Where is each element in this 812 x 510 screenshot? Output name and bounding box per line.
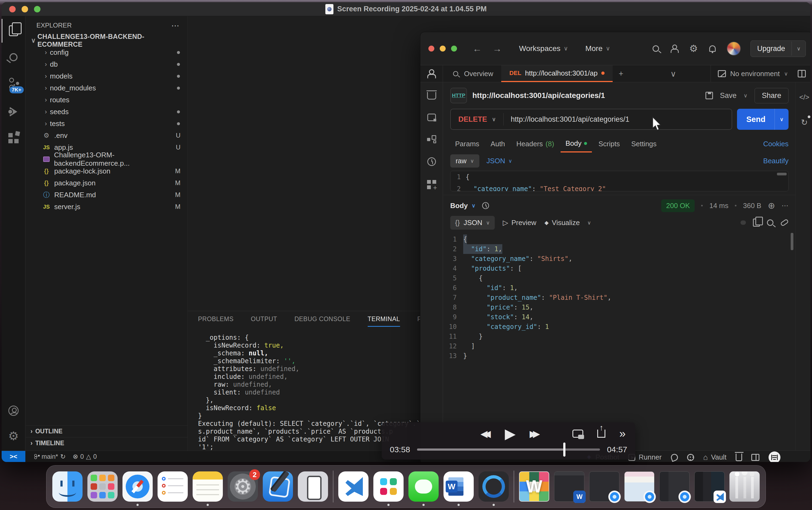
chevron-down-icon[interactable]: ∨ — [744, 92, 748, 99]
save-icon[interactable] — [705, 92, 713, 99]
sidebar-user-icon[interactable] — [420, 65, 443, 82]
more-chevrons-icon[interactable]: » — [619, 427, 626, 440]
file-row-serverjs[interactable]: JSserver.jsM — [26, 201, 187, 213]
zoom-button[interactable] — [451, 46, 457, 52]
scrollbar-handle[interactable] — [777, 173, 787, 175]
scrollbar-handle[interactable] — [791, 233, 793, 250]
folder-row-node-modules[interactable]: ›node_modules — [26, 82, 187, 94]
pull-request-icon[interactable]: ↻ — [801, 118, 808, 127]
environment-quicklook-icon[interactable] — [798, 70, 806, 78]
explorer-icon[interactable] — [2, 19, 25, 42]
minimized-safari-window-3[interactable] — [659, 472, 690, 502]
folder-row-config[interactable]: ›config — [26, 47, 187, 58]
tab-terminal[interactable]: TERMINAL — [368, 315, 400, 327]
xcode-icon[interactable] — [263, 472, 293, 502]
tab-debug-console[interactable]: DEBUG CONSOLE — [294, 315, 350, 327]
history-icon[interactable] — [427, 157, 436, 166]
fast-forward-button[interactable]: ▶▶ — [529, 428, 540, 439]
method-select[interactable]: DELETE∨ — [451, 115, 503, 123]
play-button[interactable]: ▶ — [505, 426, 516, 442]
code-snippet-icon[interactable]: </> — [799, 93, 810, 102]
workspace-blocks-icon[interactable] — [427, 180, 436, 189]
tab-scripts[interactable]: Scripts — [593, 136, 625, 152]
more-menu[interactable]: More∨ — [585, 44, 610, 53]
capture-requests-icon[interactable] — [670, 453, 679, 462]
notifications-bell-icon[interactable] — [708, 44, 717, 53]
response-body-viewer[interactable]: 1{ 2 "id": 1, 3 "category_name": "Shirts… — [443, 230, 795, 450]
url-input[interactable]: http://localhost:3001/api/categories/1 — [504, 115, 636, 123]
tab-headers[interactable]: Headers(8) — [512, 136, 559, 152]
share-icon[interactable] — [597, 430, 605, 438]
visualize-button[interactable]: ◆Visualize∨ — [544, 219, 591, 227]
slack-icon[interactable] — [373, 472, 404, 502]
response-size[interactable]: 360 B — [743, 202, 761, 210]
timeline-section[interactable]: ›TIMELINE — [26, 437, 187, 449]
quicktime-icon[interactable] — [478, 472, 509, 502]
source-control-icon[interactable]: 7K+ — [2, 72, 25, 95]
w-document-icon[interactable] — [519, 472, 549, 502]
preview-button[interactable]: ▷Preview — [503, 219, 536, 227]
body-format-select[interactable]: JSON∨ — [486, 157, 512, 165]
request-body-editor[interactable]: 1{ 2 "category_name": "Test Category 2" — [450, 171, 788, 191]
forward-icon[interactable]: → — [493, 44, 502, 54]
launchpad-icon[interactable] — [87, 472, 118, 502]
system-settings-icon[interactable]: ⚙2 — [228, 472, 258, 502]
reminders-icon[interactable] — [157, 472, 188, 502]
tab-output[interactable]: OUTPUT — [251, 315, 277, 327]
settings-gear-icon[interactable]: ⚙ — [689, 44, 698, 53]
minimized-vscode-window[interactable] — [694, 472, 725, 502]
finder-icon[interactable] — [52, 472, 83, 502]
iphone-mirroring-icon[interactable] — [298, 472, 328, 502]
run-debug-icon[interactable] — [2, 100, 25, 123]
minimized-safari-window-2[interactable] — [624, 472, 655, 502]
postman-traffic-lights[interactable] — [428, 46, 457, 52]
problems-indicator[interactable]: ⊗0△0 — [72, 453, 96, 460]
file-row-readme[interactable]: ⓘREADME.mdM — [26, 189, 187, 201]
upgrade-button[interactable]: Upgrade∨ — [751, 40, 806, 57]
close-button[interactable] — [428, 46, 434, 52]
tab-auth[interactable]: Auth — [486, 136, 510, 152]
search-icon[interactable] — [651, 44, 660, 53]
trash-icon[interactable] — [729, 472, 760, 502]
send-button[interactable]: Send ∨ — [737, 109, 788, 130]
response-time[interactable]: 14 ms — [709, 202, 728, 210]
vscode-dock-icon[interactable] — [338, 472, 369, 502]
folder-row-models[interactable]: ›models — [26, 70, 187, 82]
file-row-package-lock[interactable]: {}package-lock.jsonM — [26, 165, 187, 177]
trash-icon[interactable] — [736, 454, 742, 461]
notes-icon[interactable] — [193, 472, 223, 502]
environments-icon[interactable] — [427, 114, 436, 121]
response-format-select[interactable]: {}JSON∨ — [450, 216, 495, 230]
traffic-lights[interactable] — [9, 6, 40, 12]
sync-icon[interactable]: ↻ — [60, 453, 65, 460]
collections-icon[interactable] — [427, 92, 436, 100]
minimized-word-window[interactable] — [554, 472, 584, 502]
tab-problems[interactable]: PROBLEMS — [198, 315, 234, 327]
folder-row-routes[interactable]: ›routes — [26, 94, 187, 106]
outline-section[interactable]: ›OUTLINE — [26, 425, 187, 437]
file-row-package[interactable]: {}package.jsonM — [26, 177, 187, 189]
minimized-safari-window[interactable] — [589, 472, 619, 502]
seek-bar[interactable] — [417, 449, 600, 451]
file-row-env[interactable]: ⚙.envU — [26, 130, 187, 141]
explorer-more-icon[interactable]: ⋯ — [171, 21, 180, 30]
globe-icon[interactable]: ⊕ — [768, 200, 775, 211]
cookies-icon[interactable] — [687, 454, 694, 461]
minimize-button[interactable] — [440, 46, 446, 52]
search-icon[interactable] — [2, 45, 25, 69]
playhead[interactable] — [563, 443, 566, 457]
environment-selector[interactable]: No environment ∨ — [710, 65, 810, 82]
folder-row-db[interactable]: ›db — [26, 58, 187, 70]
flows-icon[interactable] — [427, 135, 436, 143]
tab-request-delete[interactable]: DEL http://localhost:3001/ap — [501, 65, 613, 82]
folder-row-tests[interactable]: ›tests — [26, 118, 187, 130]
close-button[interactable] — [9, 6, 16, 12]
safari-icon[interactable] — [122, 472, 153, 502]
picture-in-picture-icon[interactable] — [573, 430, 583, 438]
project-root-row[interactable]: ∨ CHALLENGE13-ORM-BACKEND-ECOMMERCE — [26, 34, 187, 47]
new-tab-button[interactable]: + — [613, 65, 629, 82]
branch-indicator[interactable]: main*↻ — [32, 452, 65, 461]
back-icon[interactable]: ← — [473, 44, 482, 54]
tab-overview[interactable]: Overview — [443, 65, 501, 82]
zoom-button[interactable] — [34, 6, 40, 12]
